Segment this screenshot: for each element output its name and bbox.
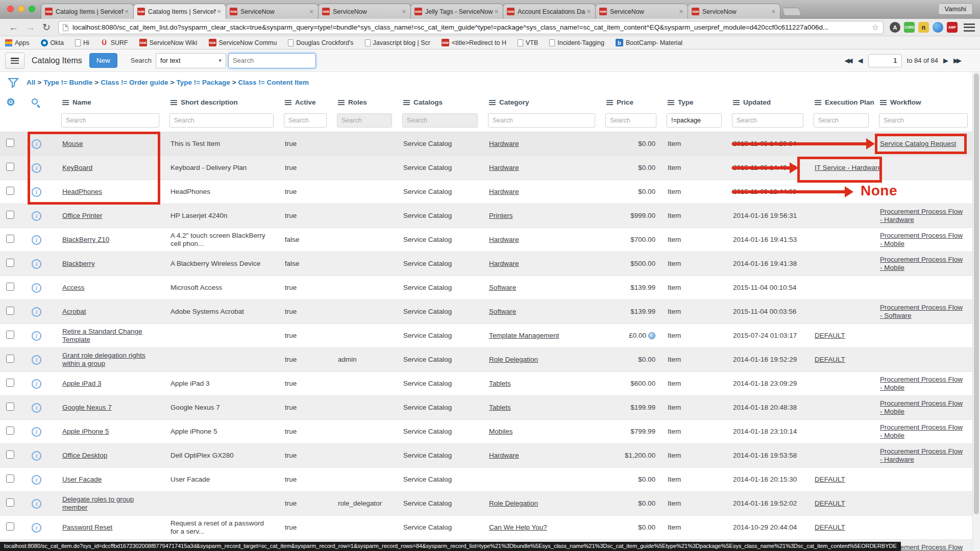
bookmark-item[interactable]: Apps: [5, 39, 30, 46]
minimize-window-button[interactable]: [18, 6, 24, 12]
column-filter-input[interactable]: [667, 113, 722, 128]
bookmark-item[interactable]: Incident-Tagging: [549, 39, 604, 46]
column-header[interactable]: Active: [279, 93, 332, 111]
execution-plan-link[interactable]: DEFAULT: [815, 475, 845, 483]
item-name-link[interactable]: Mouse: [62, 140, 83, 147]
bookmark-item[interactable]: Hi: [75, 39, 89, 46]
category-link[interactable]: Mobiles: [489, 428, 513, 435]
tab-close-icon[interactable]: ×: [770, 8, 776, 15]
breadcrumb-link[interactable]: Type != Bundle: [43, 79, 92, 86]
column-menu-icon[interactable]: [668, 100, 674, 105]
column-menu-icon[interactable]: [733, 100, 740, 105]
execution-plan-link[interactable]: DEFAULT: [815, 499, 845, 507]
row-checkbox[interactable]: [6, 498, 14, 507]
execution-plan-link[interactable]: DEFAULT: [815, 523, 845, 531]
bookmark-item[interactable]: nowServiceNow Wiki: [139, 39, 198, 46]
column-menu-icon[interactable]: [815, 100, 821, 105]
gear-icon[interactable]: ⚙: [6, 96, 15, 108]
column-filter-input[interactable]: [488, 113, 595, 128]
search-type-select[interactable]: for text ▾: [156, 53, 226, 68]
column-header[interactable]: Category: [483, 93, 600, 111]
info-icon[interactable]: i: [32, 451, 41, 461]
breadcrumb-link[interactable]: All: [27, 79, 35, 86]
column-menu-icon[interactable]: [403, 100, 410, 105]
item-name-link[interactable]: Grant role delegation rights within a gr…: [62, 352, 145, 367]
category-link[interactable]: Hardware: [489, 236, 519, 243]
tab-close-icon[interactable]: ×: [401, 8, 407, 15]
browser-menu-button[interactable]: [964, 23, 975, 32]
row-checkbox[interactable]: [6, 283, 14, 291]
forward-button[interactable]: →: [26, 22, 35, 32]
next-page-button[interactable]: ▶: [943, 57, 948, 64]
info-icon[interactable]: i: [32, 211, 41, 221]
row-checkbox[interactable]: [6, 235, 14, 243]
extension-icon[interactable]: [933, 22, 943, 33]
browser-tab[interactable]: nowAccount Escalations Dash×: [503, 4, 596, 19]
breadcrumb-link[interactable]: Type != Package: [177, 79, 230, 86]
url-bar[interactable]: localhost:8080/sc_cat_item_list.do?syspa…: [58, 21, 884, 34]
column-filter-input[interactable]: [61, 113, 159, 128]
category-link[interactable]: Software: [489, 308, 516, 315]
extension-icon[interactable]: A: [890, 22, 900, 33]
workflow-link[interactable]: Procurement Process Flow - Mobile: [880, 256, 963, 271]
browser-tab[interactable]: nowServiceNow×: [595, 4, 688, 19]
category-link[interactable]: Hardware: [489, 260, 519, 267]
info-icon[interactable]: i: [32, 163, 41, 173]
info-icon[interactable]: i: [32, 235, 41, 245]
row-checkbox[interactable]: [6, 474, 14, 483]
info-icon[interactable]: i: [32, 523, 41, 533]
category-link[interactable]: Tablets: [489, 404, 511, 411]
item-name-link[interactable]: Delegate roles to group member: [62, 495, 134, 511]
column-header[interactable]: Execution Plan: [808, 93, 874, 111]
column-menu-icon[interactable]: [338, 100, 345, 105]
browser-tab[interactable]: nowServiceNow×: [318, 4, 411, 19]
row-checkbox[interactable]: [6, 331, 14, 339]
browser-tab[interactable]: nowCatalog Items | ServiceNo×: [41, 4, 134, 19]
column-header[interactable]: Roles: [332, 93, 397, 111]
item-name-link[interactable]: KeyBoard: [62, 164, 92, 171]
column-header[interactable]: Name: [56, 93, 164, 111]
info-icon[interactable]: i: [32, 427, 41, 437]
column-header[interactable]: Price: [600, 93, 662, 111]
column-menu-icon[interactable]: [489, 100, 496, 105]
column-menu-icon[interactable]: [880, 100, 887, 105]
category-link[interactable]: Hardware: [489, 140, 519, 147]
tab-close-icon[interactable]: ×: [308, 8, 314, 15]
column-header[interactable]: Type: [662, 93, 727, 111]
row-checkbox[interactable]: [6, 307, 14, 315]
browser-tab[interactable]: nowJelly Tags - ServiceNow W×: [410, 4, 503, 19]
category-link[interactable]: Role Delegation: [489, 499, 538, 507]
row-checkbox[interactable]: [6, 355, 14, 363]
column-filter-input[interactable]: [879, 113, 968, 128]
execution-plan-link[interactable]: IT Service - Hardware: [815, 164, 881, 171]
row-checkbox[interactable]: [6, 379, 14, 387]
list-search-input[interactable]: [228, 53, 316, 68]
bookmark-star-icon[interactable]: ☆: [872, 22, 879, 32]
tab-close-icon[interactable]: ×: [493, 8, 499, 15]
row-checkbox[interactable]: [6, 259, 14, 267]
column-menu-icon[interactable]: [62, 100, 69, 105]
item-name-link[interactable]: Office Desktop: [62, 452, 107, 459]
info-icon[interactable]: i: [32, 499, 41, 509]
column-filter-input[interactable]: [605, 113, 656, 128]
zoom-window-button[interactable]: [29, 6, 35, 12]
tab-close-icon[interactable]: ×: [585, 8, 592, 15]
last-page-button[interactable]: ▶▶: [953, 57, 962, 64]
bookmark-item[interactable]: now<title>Redirect to H: [442, 39, 506, 46]
info-icon[interactable]: i: [32, 379, 41, 389]
row-checkbox[interactable]: [6, 427, 14, 435]
previous-page-button[interactable]: ◀: [858, 57, 863, 64]
category-link[interactable]: Hardware: [489, 188, 519, 195]
workflow-link[interactable]: Procurement Process Flow - Software: [880, 304, 963, 319]
bookmark-item[interactable]: Okta: [41, 39, 64, 46]
item-name-link[interactable]: BlackBerry Z10: [62, 236, 109, 243]
column-header[interactable]: Catalogs: [397, 93, 483, 111]
category-link[interactable]: Hardware: [489, 452, 519, 459]
bookmark-item[interactable]: Douglas Crockford's: [288, 39, 353, 46]
browser-tab[interactable]: nowServiceNow×: [688, 4, 780, 19]
row-checkbox[interactable]: [6, 187, 14, 195]
info-icon[interactable]: i: [32, 355, 41, 365]
workflow-link[interactable]: Procurement Process Flow - Mobile: [880, 399, 963, 415]
category-link[interactable]: Hardware: [489, 164, 519, 171]
column-filter-input[interactable]: [814, 113, 869, 128]
